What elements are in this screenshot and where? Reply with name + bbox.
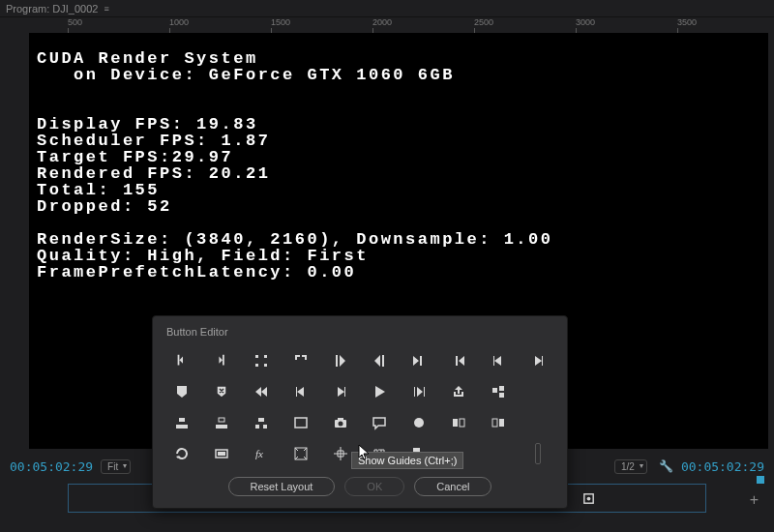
in-bracket-icon[interactable] — [166, 347, 198, 374]
step-fwd-icon[interactable] — [521, 347, 553, 374]
rewind-icon[interactable] — [246, 378, 278, 405]
marker-icon[interactable] — [166, 378, 198, 405]
timecode-right[interactable]: 00:05:02:29 — [681, 459, 764, 474]
go-next-edit-icon[interactable] — [403, 347, 435, 374]
play-icon[interactable] — [364, 378, 396, 405]
loop-icon[interactable] — [166, 440, 198, 467]
ruler-horizontal: 500100015002000250030003500 — [29, 17, 770, 33]
camera-icon[interactable] — [324, 409, 356, 436]
button-editor-dialog: Button Editor Reset Layout OK Cancel Sho… — [152, 315, 568, 509]
zoom-dropdown[interactable]: Fit — [101, 459, 131, 474]
ruler-tick: 3000 — [576, 17, 595, 27]
step-fwd-icon[interactable] — [324, 378, 356, 405]
empty-cell — [482, 440, 514, 467]
cursor-icon — [358, 444, 372, 461]
program-title-label: Program: DJI_0002 — [6, 3, 98, 15]
cancel-button[interactable]: Cancel — [414, 477, 491, 496]
timecode-left[interactable]: 00:05:02:29 — [10, 459, 93, 474]
play-in-out-icon[interactable] — [403, 378, 435, 405]
settings-icon[interactable]: 🔧 — [659, 459, 673, 473]
reset-layout-button[interactable]: Reset Layout — [228, 477, 336, 496]
spacer-slot[interactable] — [535, 443, 541, 464]
ruler-tick: 1000 — [169, 17, 189, 27]
ok-button[interactable]: OK — [344, 477, 404, 496]
snap1-icon[interactable] — [443, 409, 475, 436]
share-icon[interactable] — [482, 378, 514, 405]
playhead-marker[interactable] — [757, 476, 764, 484]
lift-icon[interactable] — [246, 409, 278, 436]
ruler-tick: 2000 — [372, 17, 392, 27]
empty-cell — [521, 409, 553, 436]
program-monitor-title: Program: DJI_0002 ≡ — [0, 0, 774, 17]
ruler-tick: 3500 — [677, 17, 697, 27]
frame-icon[interactable] — [284, 409, 316, 436]
ruler-vertical — [14, 33, 27, 445]
ruler-tick: 1500 — [271, 17, 290, 27]
mark-clip-icon[interactable] — [246, 347, 278, 374]
safe-margin-icon[interactable] — [284, 440, 316, 467]
panel-menu-icon[interactable]: ≡ — [104, 4, 108, 14]
overwrite-icon[interactable] — [206, 409, 238, 436]
ruler-tick: 2500 — [474, 17, 493, 27]
go-prev-edit-icon[interactable] — [443, 347, 475, 374]
go-out-icon[interactable] — [364, 347, 396, 374]
comment-icon[interactable] — [364, 409, 396, 436]
go-in-icon[interactable] — [324, 347, 356, 374]
snap-button[interactable] — [580, 489, 597, 507]
mark-sel-icon[interactable] — [284, 347, 316, 374]
ruler-tick: 500 — [68, 17, 82, 27]
marker-x-icon[interactable] — [206, 378, 238, 405]
export-icon[interactable] — [443, 378, 475, 405]
dialog-title: Button Editor — [166, 326, 553, 338]
add-button-icon[interactable]: + — [750, 491, 759, 509]
out-bracket-icon[interactable] — [206, 347, 238, 374]
step-back-icon[interactable] — [284, 378, 316, 405]
resolution-dropdown[interactable]: 1/2 — [614, 459, 647, 474]
step-back-icon[interactable] — [482, 347, 514, 374]
record-icon[interactable] — [403, 409, 435, 436]
insert-icon[interactable] — [166, 409, 198, 436]
snap2-icon[interactable] — [482, 409, 514, 436]
empty-cell — [521, 378, 553, 405]
fx-icon[interactable] — [246, 440, 278, 467]
debug-overlay-text: CUDA Render System on Device: GeForce GT… — [29, 33, 768, 298]
proxy-icon[interactable] — [206, 440, 238, 467]
